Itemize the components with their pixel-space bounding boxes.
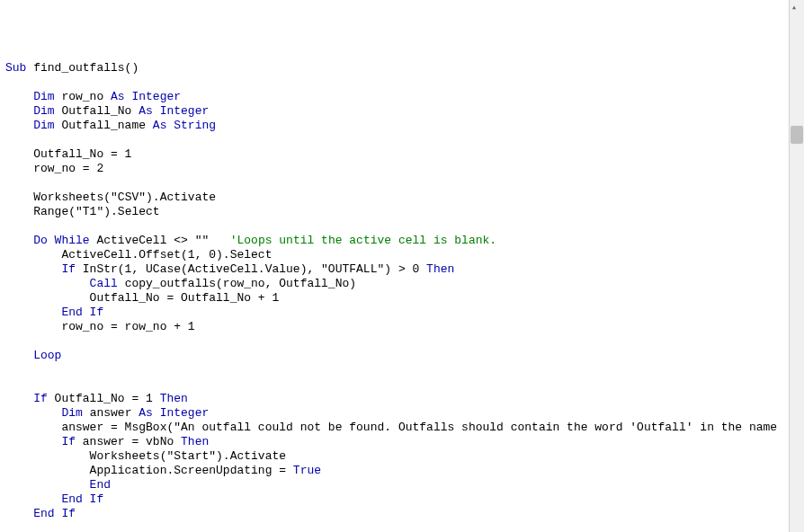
code-text: Outfall_name bbox=[55, 119, 153, 132]
keyword-dim: Dim bbox=[5, 104, 55, 118]
code-text: Worksheets( bbox=[5, 449, 166, 463]
string-literal: "T1" bbox=[76, 205, 103, 218]
code-text: Outfall_No = Outfall_No + 1 bbox=[5, 291, 279, 305]
code-text: Application.ScreenUpdating = bbox=[5, 464, 293, 477]
string-literal: "An outfall could not be found. Outfalls… bbox=[174, 421, 777, 434]
keyword-then: Then bbox=[160, 392, 188, 405]
code-text: row_no bbox=[55, 90, 111, 103]
keyword-dim: Dim bbox=[5, 90, 55, 103]
comment: 'Loops until the active cell is blank. bbox=[230, 234, 496, 247]
keyword-if: If bbox=[5, 262, 76, 276]
code-text: Worksheets( bbox=[5, 191, 111, 204]
code-editor-content: Sub find_outfalls() Dim row_no As Intege… bbox=[5, 61, 791, 532]
code-text: Outfall_No = 1 bbox=[5, 147, 131, 161]
keyword-call: Call bbox=[5, 277, 118, 290]
vertical-scrollbar[interactable]: ▴ bbox=[789, 0, 804, 532]
keyword-if: If bbox=[5, 392, 48, 405]
code-text: ActiveCell <> bbox=[90, 234, 195, 247]
keyword-end: End bbox=[5, 478, 111, 492]
code-text: copy_outfalls(row_no, Outfall_No) bbox=[118, 277, 356, 290]
keyword-true: True bbox=[293, 464, 321, 477]
code-text: ActiveCell.Offset(1, 0).Select bbox=[5, 248, 272, 262]
code-text: Range( bbox=[5, 205, 76, 218]
code-text: ).Activate bbox=[216, 449, 286, 463]
keyword-as-string: As String bbox=[153, 119, 216, 132]
keyword-do-while: Do While bbox=[5, 234, 90, 247]
keyword-then: Then bbox=[426, 262, 454, 276]
keyword-dim: Dim bbox=[5, 406, 83, 420]
string-literal: "OUTFALL" bbox=[321, 262, 384, 276]
code-text: row_no = row_no + 1 bbox=[5, 320, 195, 333]
keyword-end-if: End If bbox=[5, 507, 76, 520]
code-text: row_no = 2 bbox=[5, 162, 103, 175]
code-text: InStr(1, UCase(ActiveCell.Value), bbox=[76, 262, 321, 276]
keyword-if: If bbox=[5, 435, 76, 448]
string-literal: "Start" bbox=[166, 449, 216, 463]
keyword-dim: Dim bbox=[5, 119, 55, 132]
code-text: ).Select bbox=[103, 205, 159, 218]
keyword-as-integer: As Integer bbox=[111, 90, 181, 103]
code-text bbox=[209, 234, 229, 247]
keyword-as-integer: As Integer bbox=[138, 104, 209, 118]
code-text: Outfall_No = 1 bbox=[48, 392, 160, 405]
scrollbar-thumb[interactable] bbox=[791, 126, 803, 144]
keyword-loop: Loop bbox=[5, 349, 61, 362]
code-text: ).Activate bbox=[146, 191, 216, 204]
code-text: answer = vbNo bbox=[76, 435, 181, 448]
code-text: find_outfalls() bbox=[26, 61, 138, 75]
keyword-then: Then bbox=[181, 435, 209, 448]
string-literal: "" bbox=[195, 234, 210, 247]
keyword-end-if: End If bbox=[5, 492, 103, 506]
keyword-as-integer: As Integer bbox=[138, 406, 209, 420]
keyword-end-if: End If bbox=[5, 306, 103, 319]
scroll-up-arrow-icon[interactable]: ▴ bbox=[791, 1, 802, 10]
code-text: Outfall_No bbox=[55, 104, 139, 118]
string-literal: "CSV" bbox=[111, 191, 146, 204]
keyword-sub: Sub bbox=[5, 61, 26, 75]
code-text: answer = MsgBox( bbox=[5, 421, 174, 434]
code-text: ) > 0 bbox=[384, 262, 426, 276]
code-text: answer bbox=[83, 406, 138, 420]
